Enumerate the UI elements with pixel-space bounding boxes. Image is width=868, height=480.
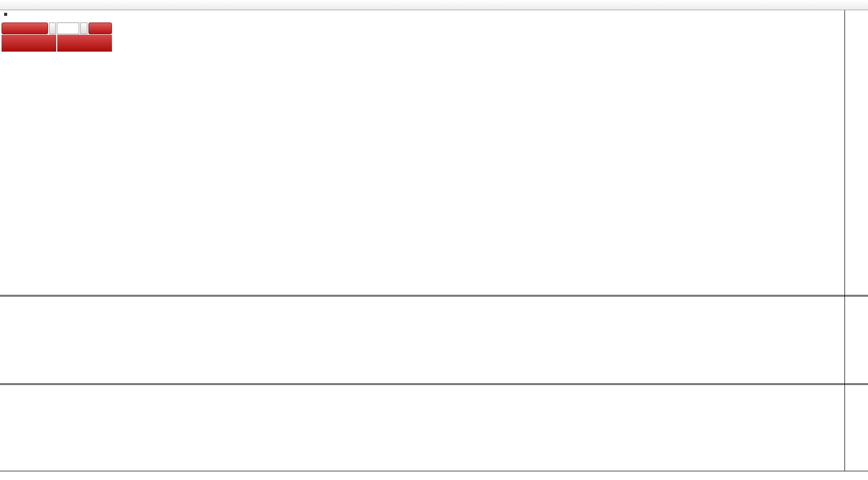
macd-separator-line-2[interactable]	[0, 296, 868, 296]
one-click-price-row	[2, 35, 112, 52]
one-click-trading-panel	[2, 22, 112, 52]
price-axis-border	[844, 10, 845, 471]
trading-terminal-window	[0, 0, 868, 480]
chart-canvas[interactable]	[0, 0, 844, 471]
chart-symbol-icon	[4, 13, 7, 16]
macd-separator-line[interactable]	[0, 295, 868, 295]
main-toolbar	[0, 0, 868, 10]
sell-button[interactable]	[2, 22, 48, 34]
volume-increase-button[interactable]	[80, 22, 87, 34]
volume-decrease-button[interactable]	[49, 22, 56, 34]
rsi-separator-line-2[interactable]	[0, 384, 868, 385]
buy-price-display[interactable]	[57, 35, 112, 52]
chart-title	[4, 13, 10, 16]
volume-input[interactable]	[57, 22, 79, 34]
sell-price-display[interactable]	[2, 35, 56, 52]
time-axis-border	[0, 471, 868, 471]
rsi-separator-line[interactable]	[0, 383, 868, 384]
one-click-order-row	[2, 22, 112, 34]
buy-button[interactable]	[88, 22, 112, 34]
